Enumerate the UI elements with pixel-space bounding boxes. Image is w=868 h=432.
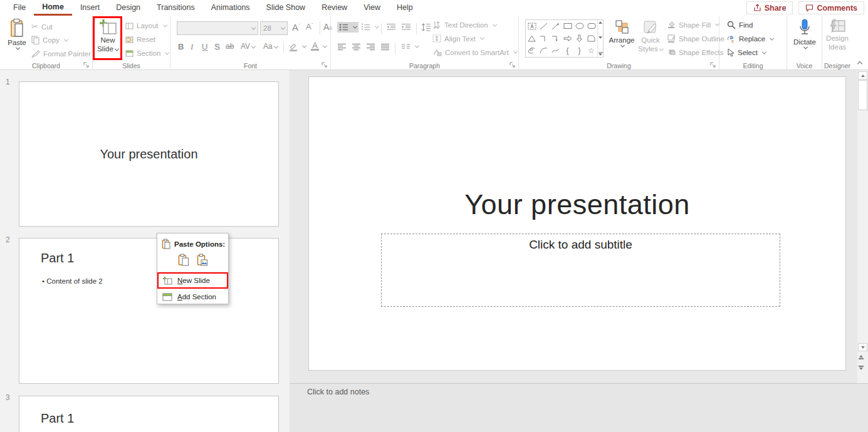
align-text-button[interactable]: Align Text <box>432 34 484 43</box>
tab-help[interactable]: Help <box>389 0 421 16</box>
main-slide[interactable]: Your presentation Click to add subtitle <box>308 76 846 371</box>
slide-3-thumbnail[interactable]: Part 1 <box>19 396 279 432</box>
character-spacing-button[interactable]: AV <box>241 42 255 51</box>
previous-slide-icon <box>859 355 863 357</box>
collapse-ribbon-icon[interactable] <box>857 61 862 66</box>
tab-animations[interactable]: Animations <box>203 0 258 16</box>
layout-button[interactable]: Layout <box>125 22 167 29</box>
find-button[interactable]: Find <box>727 21 753 29</box>
tab-transitions[interactable]: Transitions <box>149 0 203 16</box>
group-clipboard: Paste ✂ Cut Copy Format Painter Clipboar… <box>0 16 93 70</box>
increase-indent-button[interactable] <box>401 23 411 31</box>
align-right-button[interactable] <box>366 43 375 51</box>
format-painter-button[interactable]: Format Painter <box>31 49 91 58</box>
tab-design[interactable]: Design <box>108 0 149 16</box>
paragraph-dialog-launcher-icon[interactable] <box>510 62 516 68</box>
shapes-scroll-up-icon[interactable] <box>599 21 602 24</box>
main-scrollbar-thumb[interactable] <box>858 80 867 110</box>
align-center-button[interactable] <box>352 43 361 51</box>
copy-button[interactable]: Copy <box>31 36 68 44</box>
slide-title-text[interactable]: Your presentation <box>309 188 845 221</box>
section-button[interactable]: Section <box>125 49 169 57</box>
columns-button[interactable] <box>401 43 419 50</box>
subtitle-placeholder[interactable]: Click to add subtitle <box>381 234 780 307</box>
next-slide-button[interactable] <box>859 366 864 370</box>
paste-picture-button[interactable] <box>197 254 208 266</box>
shapes-scroll-down-icon[interactable] <box>599 36 602 39</box>
context-menu-separator <box>159 272 227 272</box>
shapes-gallery[interactable]: { } ☆ <box>525 19 604 58</box>
design-ideas-button[interactable]: Design Ideas <box>824 19 851 63</box>
decrease-indent-button[interactable] <box>386 23 396 31</box>
new-slide-button[interactable]: New Slide <box>95 18 120 61</box>
text-direction-button[interactable]: Text Direction <box>432 21 496 29</box>
shape-line-icon <box>540 23 548 30</box>
clipboard-group-label: Clipboard <box>0 62 92 69</box>
clipboard-dialog-launcher-icon[interactable] <box>83 62 90 68</box>
drawing-group-label: Drawing <box>519 62 719 69</box>
tab-home[interactable]: Home <box>34 0 72 16</box>
previous-slide-button[interactable] <box>859 355 864 359</box>
notes-pane[interactable]: Click to add notes <box>290 383 868 432</box>
select-button[interactable]: Select <box>727 48 766 57</box>
tab-insert[interactable]: Insert <box>72 0 108 16</box>
context-add-section-item[interactable]: Add Section <box>159 289 226 304</box>
tab-slide-show[interactable]: Slide Show <box>258 0 314 16</box>
main-scrollbar[interactable] <box>857 70 868 432</box>
context-new-slide-item[interactable]: New Slide <box>159 273 226 288</box>
reset-button[interactable]: Reset <box>125 36 155 43</box>
quick-styles-button[interactable]: Quick Styles <box>637 19 664 63</box>
font-size-combobox[interactable]: 28 <box>260 21 288 35</box>
font-size-value: 28 <box>263 24 271 32</box>
shrink-font-button[interactable]: Aˇ <box>306 22 313 31</box>
grow-font-button[interactable]: Aˆ <box>292 22 300 33</box>
font-dialog-launcher-icon[interactable] <box>322 62 328 68</box>
justify-icon <box>380 43 390 51</box>
paste-options-header: Paste Options: <box>162 239 225 249</box>
design-ideas-label-2: Ideas <box>829 43 846 51</box>
shape-elbow-arrow-icon <box>552 35 560 42</box>
dictate-button[interactable]: Dictate <box>792 19 817 63</box>
font-name-combobox[interactable] <box>177 21 258 35</box>
tab-file[interactable]: File <box>5 0 34 16</box>
slide-1-thumbnail[interactable]: Your presentation <box>19 81 279 227</box>
align-text-icon <box>432 34 441 43</box>
paste-button[interactable]: Paste <box>5 18 29 63</box>
highlight-pen-icon <box>288 41 298 51</box>
line-spacing-icon <box>421 23 431 31</box>
replace-button[interactable]: bc Replace <box>727 34 773 43</box>
text-shadow-button[interactable]: S <box>214 42 220 51</box>
paste-destination-theme-button[interactable] <box>178 254 189 266</box>
bullets-button[interactable] <box>337 22 358 33</box>
font-color-button[interactable]: A <box>311 41 327 51</box>
justify-button[interactable] <box>380 43 390 51</box>
arrange-button[interactable]: Arrange <box>607 19 636 63</box>
cut-button[interactable]: ✂ Cut <box>31 22 53 31</box>
numbering-icon <box>361 23 370 31</box>
main-scroll-up-button[interactable] <box>858 71 867 80</box>
comments-button[interactable]: Comments <box>798 1 864 14</box>
new-slide-label-1: New <box>100 36 115 44</box>
bold-button[interactable]: B <box>178 42 184 51</box>
change-case-button[interactable]: Aa <box>263 42 278 51</box>
group-voice: Dictate Voice <box>787 16 822 70</box>
notes-placeholder-text: Click to add notes <box>307 388 369 396</box>
share-button[interactable]: Share <box>746 1 793 14</box>
group-font: 28 Aˆ Aˇ A◊ B I U S ab AV Aa A Font <box>170 16 331 70</box>
slide-2-thumbnail[interactable]: Part 1 • Content of slide 2 <box>19 238 279 384</box>
tab-review[interactable]: Review <box>313 0 355 16</box>
underline-button[interactable]: U <box>202 42 207 51</box>
font-name-chevron-icon <box>251 25 256 29</box>
drawing-dialog-launcher-icon[interactable] <box>710 62 716 68</box>
italic-button[interactable]: I <box>191 42 193 52</box>
tab-view[interactable]: View <box>355 0 389 16</box>
context-add-section-icon <box>162 293 172 301</box>
numbering-button[interactable] <box>361 23 379 31</box>
strikethrough-button[interactable]: ab <box>226 42 234 51</box>
shapes-more-icon[interactable] <box>599 52 603 56</box>
align-left-button[interactable] <box>337 43 347 51</box>
main-scroll-down-button[interactable] <box>858 343 867 351</box>
shape-fill-button[interactable]: Shape Fill <box>667 21 719 29</box>
highlight-color-button[interactable] <box>288 41 306 51</box>
convert-smartart-button[interactable]: Convert to SmartArt <box>432 48 517 56</box>
